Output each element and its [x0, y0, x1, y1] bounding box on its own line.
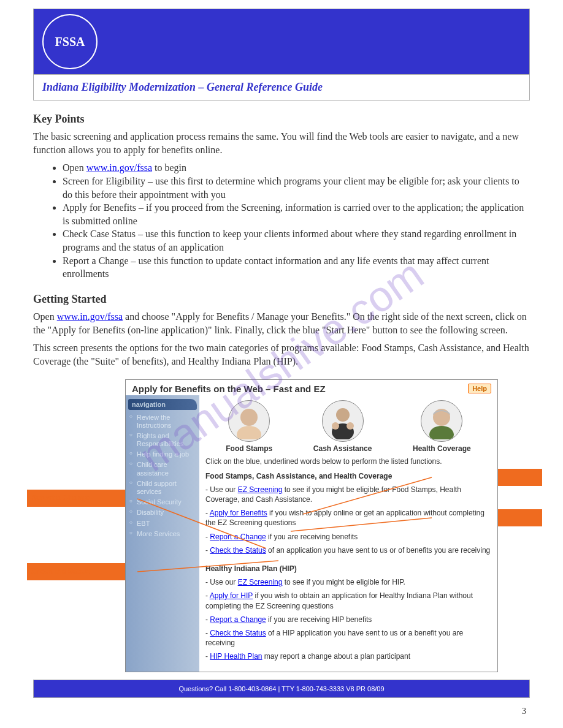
nav-item[interactable]: Child support services [131, 479, 197, 497]
avatar-cash-assistance: Cash Assistance [313, 400, 372, 453]
g2-line-3: - Report a Change if you are receiving H… [205, 615, 491, 624]
nav-item[interactable]: Help finding a job [131, 449, 197, 460]
portal-main: Food Stamps Cash Assistance Health Cover… [199, 395, 497, 672]
nav-item[interactable]: Child care assistance [131, 460, 197, 478]
apply-hip-link[interactable]: Apply for HIP [210, 591, 253, 600]
key-points-heading: Key Points [33, 112, 530, 126]
group1-heading: Food Stamps, Cash Assistance, and Health… [205, 471, 491, 481]
bullet-screen-eligibility: Screen for Eligibility – use this first … [63, 175, 530, 201]
svg-point-6 [336, 408, 350, 422]
ez-screening-link[interactable]: EZ Screening [238, 485, 283, 494]
page-header-banner: FSSA [33, 9, 530, 75]
fssa-link[interactable]: www.in.gov/fssa [86, 162, 152, 173]
hip-check-status-link[interactable]: Check the Status [210, 629, 266, 637]
g1-line-2: - Apply for Benefits if you wish to appl… [205, 508, 491, 528]
portal-title: Apply for Benefits on the Web – Fast and… [132, 384, 326, 394]
g1-line-4: - Check the Status of an application you… [205, 545, 491, 555]
avatar-health-coverage: Health Coverage [413, 400, 471, 453]
bullet-open-site: Open www.in.gov/fssa to begin [63, 161, 530, 175]
hip-report-change-link[interactable]: Report a Change [210, 615, 266, 624]
nav-item[interactable]: Review the Instructions [131, 412, 197, 431]
nav-list: Review the Instructions Rights and Respo… [126, 412, 199, 544]
bullet-apply-benefits: Apply for Benefits – if you proceed from… [63, 201, 530, 227]
svg-point-10 [433, 409, 450, 426]
document-subtitle-bar: Indiana Eligibility Modernization – Gene… [33, 75, 530, 100]
benefits-portal-screenshot: Apply for Benefits on the Web – Fast and… [125, 379, 498, 672]
page-number: 3 [522, 707, 526, 716]
fssa-logo: FSSA [42, 14, 98, 69]
logo-inner-text: FSSA [55, 35, 85, 48]
g1-line-3: - Report a Change if you are receiving b… [205, 532, 491, 542]
g2-line-5: - HIP Health Plan may report a change ab… [205, 651, 491, 661]
g2-line-2: - Apply for HIP if you wish to obtain an… [205, 591, 491, 610]
callout-check-status: Check the Status [27, 563, 137, 580]
nav-item[interactable]: Rights and Responsibilities [131, 431, 197, 449]
avatar-food-stamps: Food Stamps [226, 400, 272, 453]
portal-intro: Click on the blue, underlined words belo… [205, 457, 491, 466]
nav-header: navigation [128, 399, 197, 410]
getting-started-heading: Getting Started [33, 292, 530, 306]
nav-item[interactable]: Disability [131, 507, 197, 518]
fssa-link-2[interactable]: www.in.gov/fssa [57, 311, 123, 322]
check-status-link[interactable]: Check the Status [210, 546, 266, 555]
nav-item[interactable]: More Services [131, 529, 197, 539]
svg-point-9 [347, 422, 354, 430]
hip-health-plan-link[interactable]: HIP Health Plan [210, 652, 262, 661]
hip-ez-screening-link[interactable]: EZ Screening [238, 578, 283, 586]
help-button[interactable]: Help [468, 384, 491, 393]
apply-benefits-link[interactable]: Apply for Benefits [210, 509, 267, 517]
report-change-link[interactable]: Report a Change [210, 533, 266, 541]
bullet-report-change: Report a Change – use this function to u… [63, 254, 530, 281]
nav-item[interactable]: EBT [131, 518, 197, 529]
getting-started-p2: This screen presents the options for the… [33, 341, 530, 368]
callout-report-change: Report a Change [27, 490, 137, 507]
svg-point-8 [332, 422, 339, 430]
g1-line-1: - Use our EZ Screening to see if you mig… [205, 485, 491, 504]
portal-sidebar: navigation Review the Instructions Right… [126, 395, 199, 672]
page-footer-banner: Questions? Call 1-800-403-0864 | TTY 1-8… [33, 680, 530, 698]
bullet-check-status: Check Case Status – use this function to… [63, 227, 530, 254]
embedded-screenshot-region: Report a Change Check the Status EZ Scre… [33, 379, 530, 672]
svg-point-11 [429, 426, 454, 439]
group2-heading: Healthy Indiana Plan (HIP) [205, 564, 491, 574]
nav-item[interactable]: Social Security [131, 497, 197, 507]
svg-point-4 [240, 409, 258, 426]
getting-started-p1: Open www.in.gov/fssa and choose "Apply f… [33, 310, 530, 336]
key-points-intro: The basic screening and application proc… [33, 130, 530, 156]
g2-line-4: - Check the Status of a HIP application … [205, 628, 491, 648]
g2-line-1: - Use our EZ Screening to see if you mig… [205, 577, 491, 587]
svg-point-5 [237, 426, 261, 439]
